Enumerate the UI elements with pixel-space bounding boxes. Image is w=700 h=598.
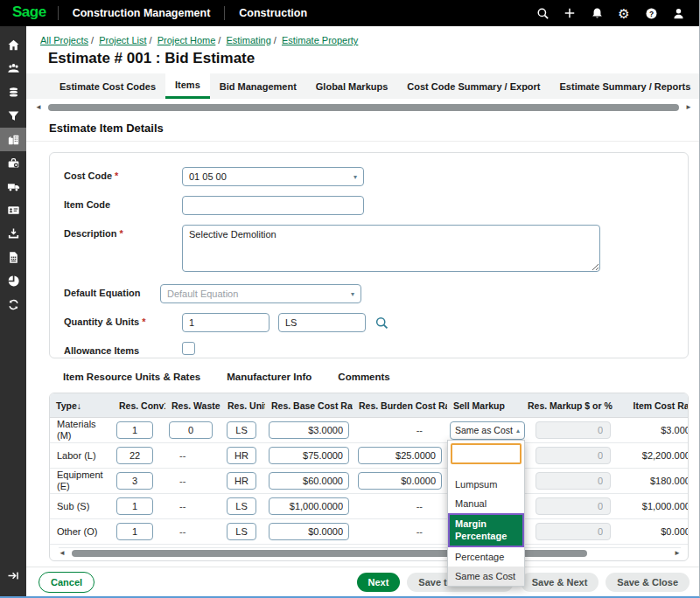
search-icon[interactable] <box>536 6 550 20</box>
sidebar-item-sync[interactable] <box>0 293 26 316</box>
tab-estimate-summary-reports[interactable]: Estimate Summary / Reports <box>550 73 699 99</box>
table-row-sub: Sub (S) -- -- $1,000.0000 <box>50 494 689 519</box>
item-subtabs: Item Resource Units & Rates Manufacturer… <box>63 372 699 382</box>
burden-cost-input[interactable] <box>358 447 442 464</box>
table-row-materials: Materials (M) -- Same as Cost ▴ $3.0000 <box>50 418 689 443</box>
unit-input[interactable] <box>227 421 256 439</box>
sidebar-item-team[interactable] <box>0 57 26 80</box>
cost-code-select[interactable]: 01 05 00 ▾ <box>182 167 364 186</box>
scroll-left-arrow-icon[interactable]: ◄ <box>59 550 66 557</box>
next-button[interactable]: Next <box>357 573 401 592</box>
conv-input[interactable] <box>116 421 153 439</box>
unit-lookup-search-icon[interactable] <box>374 316 389 330</box>
dropdown-option-margin-percentage[interactable]: Margin Percentage <box>448 513 524 547</box>
col-header-type[interactable]: Type↓ <box>50 400 113 411</box>
conv-input[interactable] <box>116 497 153 515</box>
breadcrumb-project-home[interactable]: Project Home <box>158 35 216 45</box>
sidebar-item-filter[interactable] <box>0 104 26 128</box>
product-title: Construction Management <box>59 7 225 19</box>
sidebar-item-downloads[interactable] <box>0 222 26 246</box>
tab-items[interactable]: Items <box>165 73 210 99</box>
breadcrumb-estimate-property[interactable]: Estimate Property <box>282 35 358 45</box>
base-cost-input[interactable] <box>269 523 349 540</box>
col-header-res-base-cost-rate: Res. Base Cost Rate <box>265 400 353 411</box>
left-nav-sidebar <box>0 26 26 596</box>
sidebar-item-contacts-card[interactable] <box>0 198 26 222</box>
unit-input[interactable] <box>227 497 256 515</box>
item-code-label: Item Code <box>64 196 182 210</box>
allowance-items-checkbox[interactable] <box>182 342 195 355</box>
base-cost-input[interactable] <box>269 447 349 464</box>
sidebar-item-reports-pie[interactable] <box>0 269 26 293</box>
breadcrumb-project-list[interactable]: Project List <box>99 35 146 45</box>
svg-text:?: ? <box>648 9 653 17</box>
save-and-close-button[interactable]: Save & Close <box>606 573 690 592</box>
page-title: Estimate # 001 : Bid Estimate <box>26 45 699 73</box>
required-marker: * <box>117 228 123 239</box>
tab-estimate-cost-codes[interactable]: Estimate Cost Codes <box>50 73 165 99</box>
dropdown-option-percentage[interactable]: Percentage <box>448 547 524 567</box>
dropdown-option-same-as-cost[interactable]: Same as Cost <box>448 567 524 586</box>
scroll-right-arrow-icon[interactable]: ► <box>674 550 681 557</box>
unit-input[interactable] <box>278 313 366 332</box>
settings-gear-icon[interactable]: ⚙ <box>617 6 631 20</box>
sidebar-item-payroll[interactable] <box>0 80 26 104</box>
burden-cost-input[interactable] <box>358 472 442 490</box>
scrollbar-thumb[interactable] <box>48 104 679 111</box>
tab-bid-management[interactable]: Bid Management <box>210 73 306 99</box>
subtab-comments[interactable]: Comments <box>338 372 389 382</box>
base-cost-input[interactable] <box>269 497 349 515</box>
description-textarea[interactable]: Selective Demolition <box>182 225 600 272</box>
item-cost-value: $1,000.0000 <box>615 494 689 518</box>
notifications-bell-icon[interactable] <box>590 6 604 20</box>
cost-code-label: Cost Code* <box>64 167 182 181</box>
module-title: Construction <box>225 7 321 19</box>
item-code-input[interactable] <box>182 196 364 215</box>
dropdown-option-blank[interactable] <box>448 464 524 475</box>
save-and-next-button[interactable]: Save & Next <box>521 573 599 592</box>
resource-table-wrap: Type↓ Res. Conv1 Res. Waste % Res. Unit … <box>49 393 689 561</box>
base-cost-input[interactable] <box>269 472 349 490</box>
base-cost-input[interactable] <box>269 421 349 439</box>
sidebar-item-estimates-doc[interactable] <box>0 246 26 269</box>
cancel-button[interactable]: Cancel <box>38 572 94 593</box>
sidebar-item-equipment-truck[interactable] <box>0 175 26 198</box>
user-profile-icon[interactable] <box>671 6 685 20</box>
sage-logo[interactable]: Sage <box>0 3 58 23</box>
conv-input[interactable] <box>116 523 153 540</box>
dropdown-option-manual[interactable]: Manual <box>448 494 524 513</box>
unit-input[interactable] <box>227 472 256 490</box>
tab-global-markups[interactable]: Global Markups <box>306 73 398 99</box>
sell-markup-dropdown: Lumpsum Manual Margin Percentage Percent… <box>447 440 525 587</box>
dropdown-filter-input[interactable] <box>451 443 522 464</box>
required-marker: * <box>112 170 118 181</box>
scroll-right-arrow-icon[interactable]: ► <box>685 104 692 111</box>
help-icon[interactable]: ? <box>644 6 658 20</box>
default-equation-select[interactable]: Default Equation ▾ <box>160 284 361 303</box>
breadcrumb-all-projects[interactable]: All Projects <box>40 35 88 45</box>
quantity-input[interactable] <box>182 313 270 332</box>
breadcrumb: All Projects/ Project List/ Project Home… <box>26 26 699 45</box>
subtab-manufacturer-info[interactable]: Manufacturer Info <box>227 372 312 382</box>
add-icon[interactable] <box>563 6 577 20</box>
quantity-units-label: Quantity & Units* <box>64 313 182 327</box>
type-label: Other (O) <box>50 526 113 538</box>
breadcrumb-estimating[interactable]: Estimating <box>226 35 270 45</box>
app-window: Sage Construction Management Constructio… <box>0 0 700 598</box>
sidebar-item-projects[interactable] <box>0 128 26 151</box>
waste-input[interactable] <box>169 421 213 439</box>
sidebar-item-home[interactable] <box>0 33 26 57</box>
sell-markup-select-open[interactable]: Same as Cost ▴ <box>450 421 525 440</box>
description-label: Description* <box>64 225 182 239</box>
conv-input[interactable] <box>116 447 153 464</box>
tab-cost-code-summary-export[interactable]: Cost Code Summary / Export <box>397 73 550 99</box>
sidebar-expand-icon[interactable] <box>0 564 26 588</box>
scroll-left-arrow-icon[interactable]: ◄ <box>35 104 42 111</box>
subtab-item-resource-units-rates[interactable]: Item Resource Units & Rates <box>63 372 200 382</box>
sidebar-item-toolbox[interactable] <box>0 151 26 175</box>
item-cost-value: $3.0000 <box>615 418 689 442</box>
unit-input[interactable] <box>227 523 256 540</box>
unit-input[interactable] <box>227 447 256 464</box>
conv-input[interactable] <box>116 472 153 490</box>
dropdown-option-lumpsum[interactable]: Lumpsum <box>448 475 524 494</box>
